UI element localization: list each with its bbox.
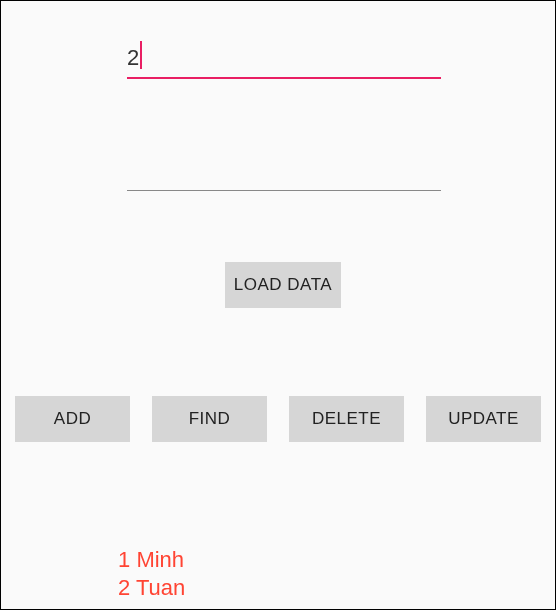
result-item: 2 Tuan bbox=[118, 574, 185, 602]
find-button[interactable]: FIND bbox=[152, 396, 267, 442]
name-input-container bbox=[127, 154, 441, 191]
name-input[interactable] bbox=[127, 154, 441, 191]
results-list: 1 Minh 2 Tuan bbox=[118, 546, 185, 601]
result-item: 1 Minh bbox=[118, 546, 185, 574]
text-cursor bbox=[140, 41, 142, 69]
add-button[interactable]: ADD bbox=[15, 396, 130, 442]
delete-button[interactable]: DELETE bbox=[289, 396, 404, 442]
id-input-container bbox=[127, 41, 441, 79]
id-input[interactable] bbox=[127, 41, 441, 79]
load-data-button[interactable]: LOAD DATA bbox=[225, 262, 341, 308]
update-button[interactable]: UPDATE bbox=[426, 396, 541, 442]
action-button-row: ADD FIND DELETE UPDATE bbox=[15, 396, 541, 442]
